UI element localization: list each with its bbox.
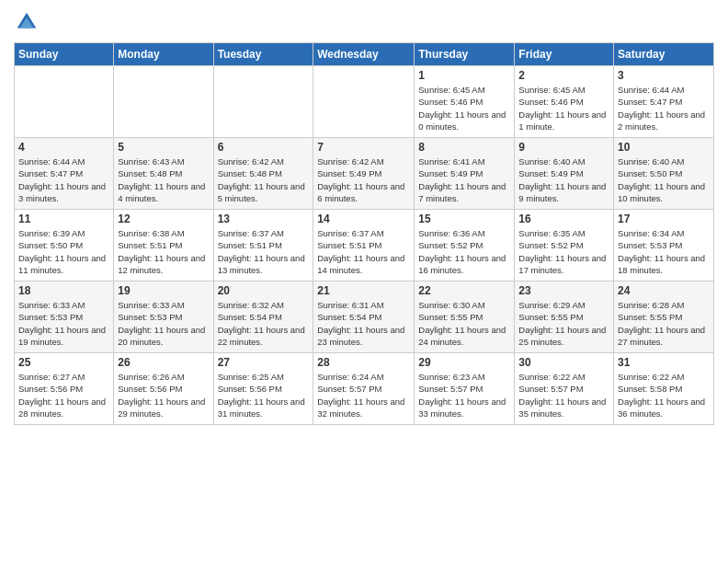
day-cell xyxy=(15,66,114,138)
day-cell xyxy=(213,66,313,138)
weekday-header-tuesday: Tuesday xyxy=(213,43,313,66)
day-cell: 19Sunrise: 6:33 AM Sunset: 5:53 PM Dayli… xyxy=(114,282,213,353)
day-number: 23 xyxy=(518,284,609,297)
day-info: Sunrise: 6:33 AM Sunset: 5:53 PM Dayligh… xyxy=(118,299,209,348)
day-info: Sunrise: 6:23 AM Sunset: 5:57 PM Dayligh… xyxy=(418,371,510,419)
day-info: Sunrise: 6:22 AM Sunset: 5:58 PM Dayligh… xyxy=(618,371,710,419)
day-number: 17 xyxy=(618,213,710,225)
header xyxy=(14,9,714,35)
day-info: Sunrise: 6:27 AM Sunset: 5:56 PM Dayligh… xyxy=(18,371,109,419)
day-cell: 10Sunrise: 6:40 AM Sunset: 5:50 PM Dayli… xyxy=(614,138,714,210)
day-cell: 3Sunrise: 6:44 AM Sunset: 5:47 PM Daylig… xyxy=(614,66,714,138)
day-number: 7 xyxy=(317,141,410,154)
day-info: Sunrise: 6:44 AM Sunset: 5:47 PM Dayligh… xyxy=(618,84,710,132)
day-info: Sunrise: 6:25 AM Sunset: 5:56 PM Dayligh… xyxy=(218,371,310,419)
day-number: 1 xyxy=(418,69,510,82)
day-cell: 11Sunrise: 6:39 AM Sunset: 5:50 PM Dayli… xyxy=(15,210,114,282)
day-info: Sunrise: 6:41 AM Sunset: 5:49 PM Dayligh… xyxy=(418,155,510,204)
day-cell: 16Sunrise: 6:35 AM Sunset: 5:52 PM Dayli… xyxy=(515,210,614,282)
day-cell: 17Sunrise: 6:34 AM Sunset: 5:53 PM Dayli… xyxy=(614,210,714,282)
day-number: 16 xyxy=(518,213,609,225)
day-info: Sunrise: 6:29 AM Sunset: 5:55 PM Dayligh… xyxy=(518,299,609,348)
day-cell: 30Sunrise: 6:22 AM Sunset: 5:57 PM Dayli… xyxy=(515,353,614,425)
week-row-3: 11Sunrise: 6:39 AM Sunset: 5:50 PM Dayli… xyxy=(15,210,714,282)
day-cell xyxy=(114,66,213,138)
day-cell: 24Sunrise: 6:28 AM Sunset: 5:55 PM Dayli… xyxy=(614,282,714,353)
day-info: Sunrise: 6:43 AM Sunset: 5:48 PM Dayligh… xyxy=(118,155,209,204)
day-info: Sunrise: 6:40 AM Sunset: 5:50 PM Dayligh… xyxy=(618,155,710,204)
weekday-header-wednesday: Wednesday xyxy=(313,43,415,66)
day-number: 3 xyxy=(618,69,710,82)
day-number: 14 xyxy=(317,213,410,225)
calendar-header: SundayMondayTuesdayWednesdayThursdayFrid… xyxy=(15,43,714,66)
day-cell: 28Sunrise: 6:24 AM Sunset: 5:57 PM Dayli… xyxy=(313,353,415,425)
day-info: Sunrise: 6:33 AM Sunset: 5:53 PM Dayligh… xyxy=(18,299,109,348)
day-info: Sunrise: 6:38 AM Sunset: 5:51 PM Dayligh… xyxy=(118,227,209,276)
day-info: Sunrise: 6:44 AM Sunset: 5:47 PM Dayligh… xyxy=(18,155,109,204)
weekday-row: SundayMondayTuesdayWednesdayThursdayFrid… xyxy=(15,43,714,66)
day-number: 2 xyxy=(518,69,609,82)
day-info: Sunrise: 6:42 AM Sunset: 5:49 PM Dayligh… xyxy=(317,155,410,204)
day-cell: 7Sunrise: 6:42 AM Sunset: 5:49 PM Daylig… xyxy=(313,138,415,210)
day-number: 30 xyxy=(518,356,609,369)
day-info: Sunrise: 6:32 AM Sunset: 5:54 PM Dayligh… xyxy=(218,299,310,348)
day-info: Sunrise: 6:24 AM Sunset: 5:57 PM Dayligh… xyxy=(317,371,410,419)
day-info: Sunrise: 6:35 AM Sunset: 5:52 PM Dayligh… xyxy=(518,227,609,276)
day-cell xyxy=(313,66,415,138)
day-cell: 6Sunrise: 6:42 AM Sunset: 5:48 PM Daylig… xyxy=(213,138,313,210)
page: SundayMondayTuesdayWednesdayThursdayFrid… xyxy=(0,0,728,563)
day-number: 5 xyxy=(118,141,209,154)
day-cell: 15Sunrise: 6:36 AM Sunset: 5:52 PM Dayli… xyxy=(415,210,515,282)
day-number: 12 xyxy=(118,213,209,225)
day-info: Sunrise: 6:37 AM Sunset: 5:51 PM Dayligh… xyxy=(218,227,310,276)
day-number: 6 xyxy=(218,141,310,154)
day-info: Sunrise: 6:22 AM Sunset: 5:57 PM Dayligh… xyxy=(518,371,609,419)
day-info: Sunrise: 6:37 AM Sunset: 5:51 PM Dayligh… xyxy=(317,227,410,276)
day-number: 27 xyxy=(218,356,310,369)
day-cell: 1Sunrise: 6:45 AM Sunset: 5:46 PM Daylig… xyxy=(415,66,515,138)
day-number: 22 xyxy=(418,284,510,297)
day-number: 26 xyxy=(118,356,209,369)
day-number: 24 xyxy=(618,284,710,297)
weekday-header-thursday: Thursday xyxy=(415,43,515,66)
weekday-header-friday: Friday xyxy=(515,43,614,66)
week-row-4: 18Sunrise: 6:33 AM Sunset: 5:53 PM Dayli… xyxy=(15,282,714,353)
day-number: 13 xyxy=(218,213,310,225)
logo-icon xyxy=(14,9,40,35)
day-info: Sunrise: 6:30 AM Sunset: 5:55 PM Dayligh… xyxy=(418,299,510,348)
day-number: 20 xyxy=(218,284,310,297)
day-cell: 12Sunrise: 6:38 AM Sunset: 5:51 PM Dayli… xyxy=(114,210,213,282)
logo xyxy=(14,9,43,35)
day-info: Sunrise: 6:28 AM Sunset: 5:55 PM Dayligh… xyxy=(618,299,710,348)
day-cell: 21Sunrise: 6:31 AM Sunset: 5:54 PM Dayli… xyxy=(313,282,415,353)
day-cell: 23Sunrise: 6:29 AM Sunset: 5:55 PM Dayli… xyxy=(515,282,614,353)
day-cell: 29Sunrise: 6:23 AM Sunset: 5:57 PM Dayli… xyxy=(415,353,515,425)
day-number: 21 xyxy=(317,284,410,297)
day-cell: 8Sunrise: 6:41 AM Sunset: 5:49 PM Daylig… xyxy=(415,138,515,210)
day-cell: 27Sunrise: 6:25 AM Sunset: 5:56 PM Dayli… xyxy=(213,353,313,425)
day-info: Sunrise: 6:34 AM Sunset: 5:53 PM Dayligh… xyxy=(618,227,710,276)
day-info: Sunrise: 6:45 AM Sunset: 5:46 PM Dayligh… xyxy=(518,84,609,132)
day-number: 31 xyxy=(618,356,710,369)
weekday-header-monday: Monday xyxy=(114,43,213,66)
day-cell: 26Sunrise: 6:26 AM Sunset: 5:56 PM Dayli… xyxy=(114,353,213,425)
weekday-header-saturday: Saturday xyxy=(614,43,714,66)
day-number: 8 xyxy=(418,141,510,154)
day-info: Sunrise: 6:26 AM Sunset: 5:56 PM Dayligh… xyxy=(118,371,209,419)
day-info: Sunrise: 6:36 AM Sunset: 5:52 PM Dayligh… xyxy=(418,227,510,276)
day-cell: 9Sunrise: 6:40 AM Sunset: 5:49 PM Daylig… xyxy=(515,138,614,210)
day-number: 25 xyxy=(18,356,109,369)
day-number: 18 xyxy=(18,284,109,297)
calendar-body: 1Sunrise: 6:45 AM Sunset: 5:46 PM Daylig… xyxy=(15,66,714,425)
day-info: Sunrise: 6:31 AM Sunset: 5:54 PM Dayligh… xyxy=(317,299,410,348)
day-number: 19 xyxy=(118,284,209,297)
weekday-header-sunday: Sunday xyxy=(15,43,114,66)
day-info: Sunrise: 6:42 AM Sunset: 5:48 PM Dayligh… xyxy=(218,155,310,204)
week-row-1: 1Sunrise: 6:45 AM Sunset: 5:46 PM Daylig… xyxy=(15,66,714,138)
day-number: 28 xyxy=(317,356,410,369)
day-info: Sunrise: 6:39 AM Sunset: 5:50 PM Dayligh… xyxy=(18,227,109,276)
day-number: 4 xyxy=(18,141,109,154)
day-cell: 20Sunrise: 6:32 AM Sunset: 5:54 PM Dayli… xyxy=(213,282,313,353)
day-number: 29 xyxy=(418,356,510,369)
day-cell: 31Sunrise: 6:22 AM Sunset: 5:58 PM Dayli… xyxy=(614,353,714,425)
